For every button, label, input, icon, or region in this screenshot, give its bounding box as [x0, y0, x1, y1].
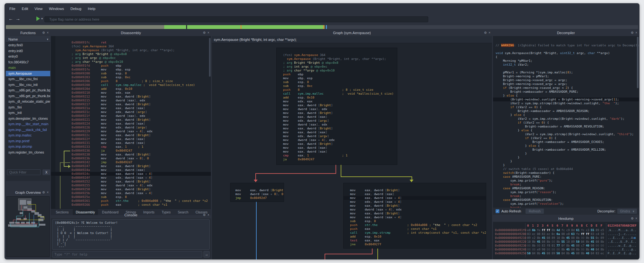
gear-icon[interactable]: ⚙: [42, 31, 45, 34]
asm-line[interactable]: 0x08049252 mov eax, dword [Bright]: [51, 180, 211, 183]
menu-item-debug[interactable]: Debug: [68, 5, 84, 12]
function-item[interactable]: sym.imp.malloc: [6, 133, 50, 138]
decompiler-scrollbar[interactable]: [637, 37, 639, 88]
decompiler-line[interactable]: } else {: [493, 144, 639, 148]
gear-icon[interactable]: ⚙: [631, 217, 634, 220]
decompiler-line[interactable]: (Bright->window).sunlight = Bright->morn…: [493, 98, 639, 101]
decompiler-line[interactable]: } else {: [493, 113, 639, 117]
decompiler-line[interactable]: Bright->ambassador = AMBASSADOR_PURE;: [493, 90, 639, 94]
gear-icon[interactable]: ⚙: [484, 31, 487, 34]
function-item[interactable]: sym._dl_relocate_static_pie: [6, 99, 50, 105]
function-item[interactable]: sym._init: [6, 110, 50, 116]
graph-node-false-branch[interactable]: mov eax, dword [Bright]mov dword [eax + …: [230, 183, 284, 202]
function-item[interactable]: sym.__x86.get_pc_thunk.bp: [6, 88, 50, 93]
function-item[interactable]: sym._fini: [6, 105, 50, 110]
asm-line[interactable]: 0x0804922c mov eax, dword [Bright]: [51, 133, 211, 137]
collapse-chevrons-icon[interactable]: «: [633, 235, 636, 240]
close-icon[interactable]: ×: [207, 213, 209, 217]
asm-line[interactable]: mov dword [eax + 4], edx: [344, 208, 486, 211]
asm-line[interactable]: 0x08049261 push str.the ; 0x804a008 ; "t…: [51, 199, 211, 203]
decompiler-line[interactable]: }: [493, 152, 639, 155]
asm-line[interactable]: push ebp: [277, 72, 397, 76]
hex-row[interactable]: 0x0000000008049230008b0083f801770f8b4508…: [493, 244, 639, 248]
asm-line[interactable]: call sym.imp.malloc ; void *malloc(size_…: [277, 92, 397, 96]
gear-icon[interactable]: ⚙: [203, 213, 206, 217]
function-item[interactable]: sym.imp.printf: [6, 138, 50, 144]
decompiler-line[interactable]: } else {: [493, 94, 639, 98]
asm-line[interactable]: call sym.imp.strcmp ; int strcmp(const c…: [344, 231, 486, 235]
asm-line[interactable]: jmp 0x80492d7: [231, 196, 284, 200]
quick-filter-clear-button[interactable]: X: [43, 169, 50, 175]
decompiler-line[interactable]: }: [493, 163, 639, 167]
decompiler-line[interactable]: if (Bright->morning->saved_argc < 2) {: [493, 86, 639, 90]
asm-line[interactable]: mov dword [eax + 8], 0: [231, 192, 284, 196]
asm-line[interactable]: 0x0804921c mov edx, dword [argc]: [51, 110, 211, 114]
close-icon[interactable]: ×: [47, 191, 49, 194]
asm-line[interactable]: 0x08049215 mov dword [eax], edx: [51, 99, 211, 102]
console-output[interactable]: [0x0804924c]> ?E Welcom to Cutter! .--. …: [52, 219, 210, 250]
forward-icon[interactable]: →: [15, 16, 20, 21]
asm-line[interactable]: push eax ; const char *s1: [344, 227, 486, 231]
asm-line[interactable]: sym.Aeropause (Bright *Bright, int argc,…: [277, 57, 397, 61]
asm-line[interactable]: 0x08049212 mov eax, dword [Bright]: [51, 95, 211, 99]
gear-icon[interactable]: ⚙: [42, 191, 45, 194]
asm-line[interactable]: mov eax, dword [eax]: [277, 130, 397, 134]
asm-line[interactable]: 0x080491fe mov ebp, esp: [51, 68, 211, 71]
quick-filter-input[interactable]: [7, 169, 41, 175]
close-icon[interactable]: ×: [207, 31, 209, 34]
menu-item-view[interactable]: View: [32, 5, 45, 12]
memory-map-bar[interactable]: [6, 25, 638, 29]
asm-line[interactable]: 0x08049233 cmp eax, 1 ; 1: [51, 145, 211, 149]
asm-line[interactable]: sub esp, 0xc: [277, 84, 397, 88]
asm-line[interactable]: 0x08049200 sub esp, 8: [51, 71, 211, 75]
decompiler-engine-select[interactable]: Ghidra ▾: [617, 209, 637, 214]
asm-line[interactable]: 0x08049217 mov eax, dword [Bright]: [51, 102, 211, 106]
decompiler-line[interactable]: if (iVar2 == 0) {: [493, 121, 639, 125]
function-item[interactable]: sym.imp.__stack_chk_fail: [6, 127, 50, 133]
asm-line[interactable]: 0x08049221 mov eax, dword [Bright]: [51, 118, 211, 122]
decompiler-line[interactable]: Bright->ambassador = AMBASSADOR_ECHOES;: [493, 140, 639, 144]
asm-line[interactable]: 0x0804921a mov eax, dword [eax]: [51, 106, 211, 110]
decompiler-line[interactable]: [493, 67, 639, 70]
function-item[interactable]: sym.__x86.get_pc_thunk.bx: [6, 93, 50, 99]
asm-line[interactable]: mov eax, dword [Bright]: [344, 188, 486, 192]
decompiler-line[interactable]: case AMBASSADOR_REASON:: [493, 186, 639, 190]
asm-line[interactable]: 0x08049266 push eax ; const char *s1: [51, 203, 211, 207]
asm-line[interactable]: add esp, 0x10: [277, 96, 397, 99]
asm-line[interactable]: mov eax, dword [Bright]: [277, 127, 397, 130]
decompiler-line[interactable]: switch(Bright->ambassador) {: [493, 171, 639, 175]
asm-line[interactable]: mov dword [eax], edx: [277, 123, 397, 127]
asm-line[interactable]: ; arg int argc @ ebp+0xc: [51, 56, 211, 60]
decompiler-line[interactable]: }: [493, 159, 639, 163]
asm-line[interactable]: ja 0x8049247: [277, 157, 397, 161]
decompiler-line[interactable]: iVar2 = sym.imp.strcmp((Bright->window).…: [493, 117, 639, 121]
omnibar-input[interactable]: [44, 16, 428, 22]
decompiler-line[interactable]: Bright->morning = pMVar1;: [493, 74, 639, 78]
function-item[interactable]: sym.imp.__libc_start_main: [6, 121, 50, 127]
gear-icon[interactable]: ⚙: [203, 31, 206, 34]
asm-line[interactable]: 0x08049238 mov eax, dword [Bright]: [51, 153, 211, 156]
hex-row[interactable]: 0x000000000804920083ec0883ec0c6a08e863fe…: [493, 232, 639, 236]
menu-item-edit[interactable]: Edit: [19, 5, 31, 12]
close-icon[interactable]: ×: [47, 31, 49, 34]
asm-line[interactable]: mov eax, dword [eax + 4]: [344, 196, 486, 200]
graph-overview-minimap[interactable]: [6, 196, 50, 257]
asm-line[interactable]: 0x08049255 mov dword [eax + 4], edx: [51, 183, 211, 187]
decompiler-line[interactable]: iVar2 = sym.imp.strcmp((Bright->window).…: [493, 101, 639, 105]
asm-line[interactable]: ; arg int argc @ ebp+0xc: [277, 65, 397, 69]
decompiler-line[interactable]: case AMBASSADOR_PURE:: [493, 175, 639, 179]
asm-line[interactable]: 0x0804920d add esp, 0x10: [51, 87, 211, 91]
hex-row[interactable]: 0x000000000804925050048b45088950048b4508…: [493, 251, 639, 255]
function-item[interactable]: sym.Aeropause: [6, 71, 50, 77]
asm-line[interactable]: 0x08049242 jmp 0x80492d7: [51, 160, 211, 164]
asm-line[interactable]: mov eax, dword [Bright]: [277, 103, 397, 107]
hexdump-view[interactable]: 0123456789ABCDEF0123456789ABCDEF0x000000…: [493, 222, 639, 259]
asm-line[interactable]: 0x08049203 sub esp, 0xc: [51, 75, 211, 79]
asm-line[interactable]: jne 0x804927f: [344, 242, 486, 246]
asm-line[interactable]: mov edx, dword [argc]: [277, 119, 397, 123]
asm-line[interactable]: 0x0804925b mov eax, dword [eax + 4]: [51, 191, 211, 195]
hex-row[interactable]: 0x0000000008049220108b45088b008b55108950…: [493, 240, 639, 244]
decompiler-line[interactable]: // WARNING: [r2ghidra] Failed to match t…: [493, 43, 639, 47]
asm-line[interactable]: 0x08049206 push 8 ; 8 ; size_t size: [51, 79, 211, 83]
asm-line[interactable]: mov edx, dword [eax + 4]: [344, 200, 486, 204]
